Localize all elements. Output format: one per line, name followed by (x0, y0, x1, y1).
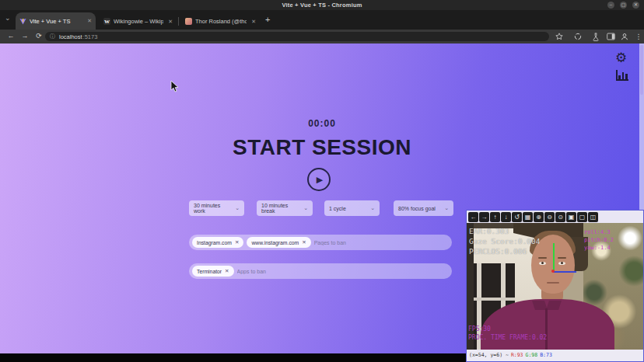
pan-up-button[interactable]: ↑ (490, 212, 500, 222)
focus-goal-select[interactable]: 80% focus goal ⌄ (394, 200, 453, 216)
select-value: 10 minutes break (261, 203, 299, 214)
person-mouth (547, 282, 559, 284)
wikipedia-icon: W (103, 18, 110, 25)
roll-value: roll:4.3 (584, 228, 614, 236)
tab-strip: ⌄ Vite + Vue + TS ✕ W Wikingowie – Wikip… (0, 10, 644, 30)
select-value: 1 cycle (329, 206, 346, 211)
scrollbar-thumb[interactable] (640, 45, 643, 95)
tab-thor-rosland[interactable]: Thor Rosland (@thorros ✕ (181, 15, 260, 28)
pixel-coords: (x=54, y=6) ~ (469, 352, 509, 358)
window-minimize-button[interactable]: – (607, 2, 614, 9)
tab-close-icon[interactable]: ✕ (251, 19, 256, 25)
tag-label: Terminator (197, 269, 222, 274)
start-session-button[interactable]: ▶ (307, 168, 331, 191)
pixel-green-value: G:98 (526, 352, 538, 358)
tracker-metrics-overlay: EAR:0.303 Gaze Score:0.004 PERCLOS:0.006 (469, 226, 541, 256)
back-icon[interactable]: ← (6, 32, 16, 40)
pages-to-ban-text-field[interactable] (314, 240, 449, 245)
statistics-chart-icon[interactable] (616, 70, 628, 81)
gaze-score-value: Gaze Score:0.004 (469, 236, 541, 246)
person-eyebrow (558, 257, 566, 259)
screen: Vite + Vue + TS - Chromium – ▢ ✕ ⌄ Vite … (0, 0, 644, 362)
tab-vite-app[interactable]: Vite + Vue + TS ✕ (16, 12, 96, 30)
window-title: Vite + Vue + TS - Chromium (282, 2, 362, 9)
tracker-toolbar: ← → ↑ ↓ ↺ ▦ ⊕ ⊖ ⊙ ▣ ▢ ◫ (467, 211, 643, 223)
address-bar[interactable]: ⓘ localhost :5173 (45, 32, 549, 41)
window-maximize-button[interactable]: ▢ (620, 2, 627, 9)
properties-button[interactable]: ◫ (588, 212, 598, 222)
pan-down-button[interactable]: ↓ (501, 212, 511, 222)
remove-tag-icon[interactable]: ✕ (235, 239, 239, 245)
address-host: localhost (59, 33, 82, 40)
tab-close-icon[interactable]: ✕ (87, 18, 92, 24)
tab-separator (178, 17, 179, 26)
chevron-down-icon: ⌄ (235, 205, 240, 211)
tab-close-icon[interactable]: ✕ (168, 19, 173, 25)
fps-overlay: FPS:30 PROC. TIME FRAME:0.02 (468, 325, 547, 342)
perclos-value: PERCLOS:0.006 (469, 246, 541, 256)
tracker-statusbar: (x=54, y=6) ~ R:93 G:98 B:73 (467, 350, 643, 360)
forward-icon[interactable]: → (20, 32, 30, 40)
yaw-value: yaw:-1.4 (584, 244, 614, 252)
proc-time-value: PROC. TIME FRAME:0.02 (468, 333, 547, 342)
reset-view-button[interactable]: ↺ (512, 212, 522, 222)
person-eyebrow (538, 257, 547, 259)
select-value: 30 minutes work (194, 203, 231, 214)
person-pupil (561, 262, 563, 264)
pages-to-ban-input[interactable]: Instagram.com ✕ www.instagram.com ✕ (189, 235, 452, 250)
tab-wikipedia[interactable]: W Wikingowie – Wikipedia ✕ (100, 15, 177, 28)
break-duration-select[interactable]: 10 minutes break ⌄ (257, 200, 313, 216)
pitch-value: pitch:0.2 (584, 236, 614, 244)
play-icon: ▶ (317, 175, 323, 185)
tab-label: Wikingowie – Wikipedia (114, 18, 163, 25)
vite-logo-icon (19, 18, 26, 25)
pan-left-button[interactable]: ← (468, 212, 478, 222)
chevron-down-icon: ⌄ (370, 205, 375, 211)
save-button[interactable]: ▣ (566, 212, 576, 222)
site-info-icon[interactable]: ⓘ (50, 33, 55, 40)
cycle-count-select[interactable]: 1 cycle ⌄ (324, 200, 380, 216)
session-timer: 00:00 (0, 118, 644, 129)
remove-tag-icon[interactable]: ✕ (302, 239, 306, 245)
labs-flask-icon[interactable] (590, 32, 601, 41)
window-button[interactable]: ▢ (577, 212, 587, 222)
head-pose-axis-vertical (553, 243, 555, 273)
window-titlebar: Vite + Vue + TS - Chromium (0, 0, 644, 10)
window-close-button[interactable]: ✕ (632, 2, 639, 9)
tab-label: Thor Rosland (@thorros (195, 18, 247, 25)
select-value: 80% focus goal (398, 206, 436, 211)
apps-to-ban-input[interactable]: Terminator ✕ (189, 263, 452, 279)
chevron-down-icon: ⌄ (444, 205, 449, 211)
tag-label: Instagram.com (197, 240, 232, 245)
webcam-tracker-window[interactable]: ← → ↑ ↓ ↺ ▦ ⊕ ⊖ ⊙ ▣ ▢ ◫ (466, 210, 644, 362)
settings-gear-icon[interactable]: ⚙ (615, 51, 627, 64)
remove-tag-icon[interactable]: ✕ (225, 268, 229, 274)
pan-right-button[interactable]: → (479, 212, 489, 222)
page-title: START SESSION (0, 135, 644, 160)
fps-value: FPS:30 (468, 325, 547, 333)
address-port: :5173 (83, 33, 98, 40)
tag-label: www.instagram.com (251, 240, 299, 245)
extensions-icon[interactable] (572, 32, 583, 41)
side-panel-icon[interactable] (605, 32, 616, 41)
window-frame (474, 298, 515, 301)
person-pupil (541, 262, 544, 264)
tab-search-icon[interactable]: ⌄ (5, 14, 11, 22)
apps-to-ban-text-field[interactable] (237, 269, 449, 274)
profile-icon[interactable] (619, 32, 630, 41)
reload-icon[interactable]: ⟳ (34, 32, 44, 40)
browser-menu-icon[interactable]: ⋮ (633, 32, 644, 41)
chevron-down-icon: ⌄ (303, 205, 308, 211)
zoom-region-button[interactable]: ▦ (523, 212, 533, 222)
banned-page-tag: www.instagram.com ✕ (247, 237, 310, 248)
zoom-out-button[interactable]: ⊖ (544, 212, 555, 222)
zoom-in-button[interactable]: ⊕ (534, 212, 544, 222)
ear-value: EAR:0.303 (469, 226, 541, 236)
pixel-red-value: R:93 (511, 352, 523, 358)
zoom-100-button[interactable]: ⊙ (555, 212, 565, 222)
pixel-blue-value: B:73 (540, 352, 552, 358)
work-duration-select[interactable]: 30 minutes work ⌄ (189, 200, 244, 216)
banned-app-tag: Terminator ✕ (192, 266, 234, 277)
new-tab-button[interactable]: + (265, 15, 270, 24)
bookmark-star-icon[interactable] (554, 32, 565, 41)
